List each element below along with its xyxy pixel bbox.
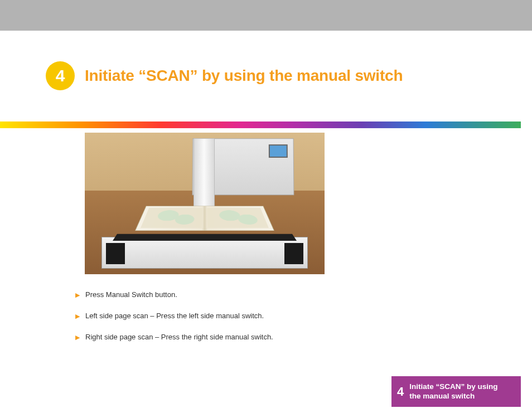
instruction-text: Left side page scan – Press the left sid… — [85, 311, 264, 321]
tab-number: 4 — [397, 386, 404, 398]
step-number-circle: 4 — [46, 61, 75, 90]
rainbow-divider — [0, 121, 532, 128]
instruction-list: ▶ Press Manual Switch button. ▶ Left sid… — [75, 290, 410, 353]
list-item: ▶ Press Manual Switch button. — [75, 290, 410, 300]
tab-label-line1: Initiate “SCAN” by using — [409, 382, 497, 391]
list-item: ▶ Right side page scan – Press the right… — [75, 332, 410, 342]
section-title: Initiate “SCAN” by using the manual swit… — [85, 67, 403, 85]
section-header: 4 Initiate “SCAN” by using the manual sw… — [46, 61, 403, 90]
top-gray-band — [0, 0, 532, 31]
bullet-triangle-icon: ▶ — [75, 332, 80, 342]
bullet-triangle-icon: ▶ — [75, 290, 80, 300]
section-tab: 4 Initiate “SCAN” by using the manual sw… — [391, 376, 521, 407]
instruction-text: Right side page scan – Press the right s… — [85, 332, 273, 342]
bullet-triangle-icon: ▶ — [75, 311, 80, 321]
rainbow-right-gap — [521, 121, 532, 128]
instruction-text: Press Manual Switch button. — [85, 290, 177, 300]
tab-label: Initiate “SCAN” by using the manual swit… — [409, 382, 497, 401]
scanner-photo — [85, 133, 325, 274]
list-item: ▶ Left side page scan – Press the left s… — [75, 311, 410, 321]
tab-label-line2: the manual switch — [409, 392, 475, 400]
